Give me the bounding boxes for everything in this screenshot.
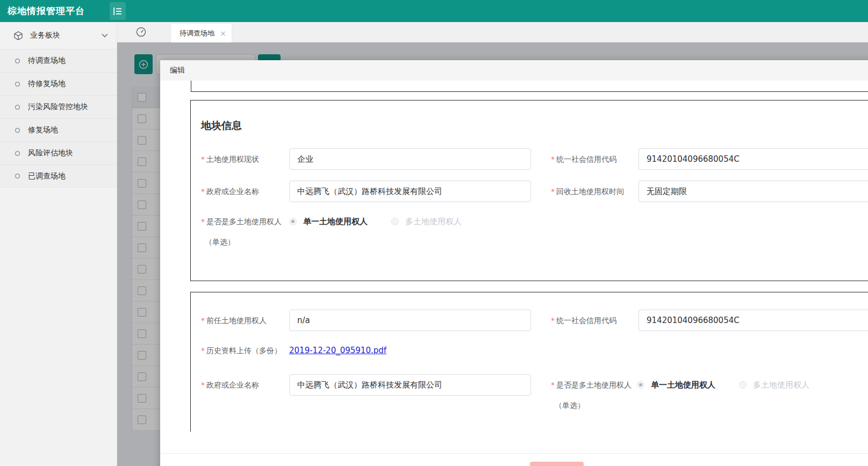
- sidebar-section-business[interactable]: 业务板块: [0, 22, 117, 49]
- sidebar-item[interactable]: 风险评估地块: [0, 141, 117, 164]
- form-row: *前任土地使用权人 *统一社会信用代码: [201, 310, 868, 331]
- tab-pending-survey-sites[interactable]: 待调查场地 ×: [171, 24, 232, 42]
- radio-multi-owner[interactable]: 多土地使用权人: [391, 217, 462, 227]
- sidebar-item[interactable]: 待修复场地: [0, 72, 117, 95]
- sidebar-fold-button[interactable]: [110, 2, 126, 20]
- circle-bullet-icon: [15, 151, 20, 156]
- field-label-credit-code-2: *统一社会信用代码: [551, 310, 639, 331]
- tab-label: 待调查场地: [180, 28, 214, 38]
- single-choice-note: （单选）: [551, 399, 637, 411]
- single-choice-note: （单选）: [201, 236, 289, 248]
- radio-single-owner-2[interactable]: 单一土地使用权人: [637, 380, 715, 390]
- field-label-multi-owner: *是否是多土地使用权人 （单选）: [201, 211, 289, 248]
- dialog-header: 编辑: [160, 60, 868, 81]
- form-row: *历史资料上传（多份） 2019-12-20_095910.pdf: [201, 345, 868, 356]
- edit-dialog: 编辑 地块信息 *土地使用权现状 *统一社会信用代码: [160, 60, 868, 466]
- form-row: *政府或企业名称 *回收土地使用权时间: [201, 181, 868, 202]
- sidebar: 业务板块 待调查场地待修复场地污染风险管控地块修复场地风险评估地块已调查场地: [0, 22, 117, 466]
- radio-multi-owner-2[interactable]: 多土地使用权人: [739, 380, 809, 390]
- required-mark: *: [201, 381, 205, 389]
- circle-bullet-icon: [15, 174, 20, 178]
- dialog-body: 地块信息 *土地使用权现状 *统一社会信用代码 *政府或企业名称: [160, 81, 868, 466]
- form-row: *是否是多土地使用权人 （单选） 单一土地使用权人 多土地使用权人: [201, 211, 868, 248]
- field-label-org-name-2: *政府或企业名称: [201, 374, 289, 396]
- sidebar-item[interactable]: 待调查场地: [0, 49, 117, 72]
- radio-selected-icon: [637, 381, 644, 389]
- required-mark: *: [551, 187, 555, 196]
- sidebar-section-label: 业务板块: [30, 31, 102, 40]
- app-title: 棕地情报管理平台: [0, 5, 110, 17]
- sidebar-item[interactable]: 修复场地: [0, 118, 117, 141]
- previous-owner-box: *前任土地使用权人 *统一社会信用代码 *历史资料上传（多份） 2019-12-…: [190, 292, 868, 432]
- dialog-title: 编辑: [170, 66, 185, 75]
- multi-owner-radio-group: 单一土地使用权人 多土地使用权人: [289, 211, 462, 232]
- credit-code-input-2[interactable]: [639, 310, 868, 331]
- history-file-link[interactable]: 2019-12-20_095910.pdf: [289, 345, 386, 356]
- field-label-multi-owner-2: *是否是多土地使用权人 （单选）: [551, 374, 637, 411]
- sidebar-item[interactable]: 已调查场地: [0, 164, 117, 188]
- archive-file-button[interactable]: 归档文件: [530, 462, 584, 466]
- field-label-credit-code: *统一社会信用代码: [551, 148, 639, 170]
- section-heading: 地块信息: [201, 119, 242, 133]
- required-mark: *: [201, 316, 205, 325]
- form-row: *土地使用权现状 *统一社会信用代码: [201, 148, 868, 170]
- tab-close-icon[interactable]: ×: [220, 29, 226, 38]
- land-use-status-input[interactable]: [289, 148, 531, 170]
- sidebar-item[interactable]: 污染风险管控地块: [0, 95, 117, 118]
- required-mark: *: [551, 155, 555, 163]
- required-mark: *: [201, 217, 205, 226]
- app-window: 棕地情报管理平台 业务板块: [0, 0, 868, 466]
- field-label-org-name: *政府或企业名称: [201, 181, 289, 202]
- circle-bullet-icon: [15, 82, 20, 87]
- circle-bullet-icon: [15, 128, 20, 133]
- parcel-info-box: 地块信息 *土地使用权现状 *统一社会信用代码 *政府或企业名称: [190, 100, 868, 281]
- credit-code-input[interactable]: [639, 148, 868, 170]
- circle-bullet-icon: [15, 105, 20, 110]
- org-name-input-2[interactable]: [289, 374, 531, 396]
- required-mark: *: [551, 316, 555, 325]
- field-label-recover-time: *回收土地使用权时间: [551, 181, 639, 202]
- required-mark: *: [201, 346, 205, 355]
- field-label-land-use-status: *土地使用权现状: [201, 148, 289, 170]
- field-label-history-upload: *历史资料上传（多份）: [201, 345, 289, 356]
- required-mark: *: [201, 155, 205, 163]
- top-header-bar: 棕地情报管理平台: [0, 0, 868, 22]
- required-mark: *: [551, 381, 555, 389]
- dashboard-icon[interactable]: [136, 27, 146, 37]
- radio-unselected-icon: [391, 218, 399, 225]
- sidebar-menu: 待调查场地待修复场地污染风险管控地块修复场地风险评估地块已调查场地: [0, 49, 117, 188]
- field-label-prev-owner: *前任土地使用权人: [201, 310, 289, 331]
- org-name-input[interactable]: [289, 181, 531, 202]
- radio-single-owner[interactable]: 单一土地使用权人: [289, 217, 368, 227]
- recover-time-input[interactable]: [639, 181, 868, 202]
- prev-owner-input[interactable]: [289, 310, 531, 331]
- form-row: *政府或企业名称 *是否是多土地使用权人 （单选） 单一土地使用权人: [201, 374, 868, 411]
- hamburger-icon: [112, 6, 123, 16]
- cube-icon: [14, 31, 23, 40]
- radio-unselected-icon: [739, 381, 747, 389]
- tab-bar: 待调查场地 ×: [117, 22, 868, 42]
- required-mark: *: [201, 187, 205, 196]
- chevron-down-icon: [102, 33, 108, 38]
- previous-section-box-bottom: [191, 81, 868, 92]
- circle-bullet-icon: [15, 59, 20, 63]
- radio-selected-icon: [289, 218, 297, 225]
- dialog-footer: 归档文件: [160, 453, 868, 466]
- multi-owner-radio-group-2: 单一土地使用权人 多土地使用权人: [637, 374, 809, 396]
